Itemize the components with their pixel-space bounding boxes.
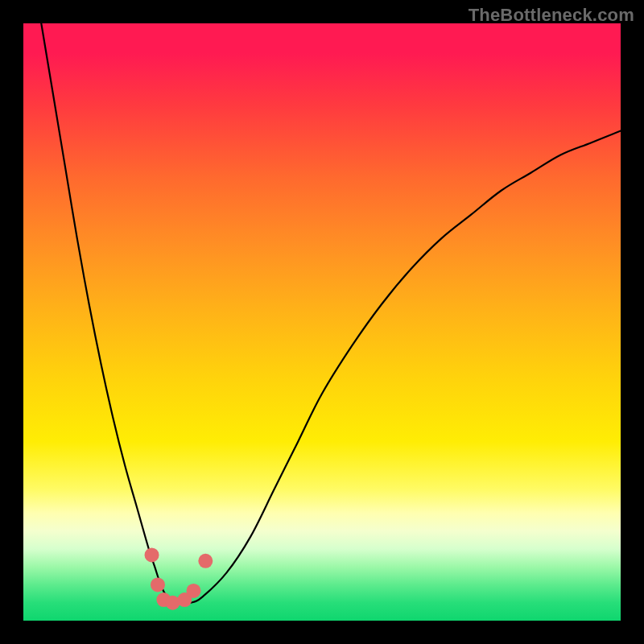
chart-overlay (23, 23, 621, 621)
chart-marker (145, 547, 159, 562)
chart-marker (151, 577, 165, 592)
chart-markers (145, 547, 213, 609)
chart-marker (198, 554, 213, 568)
watermark-text: TheBottleneck.com (469, 5, 634, 26)
chart-frame: TheBottleneck.com (0, 0, 644, 644)
chart-marker (186, 584, 200, 598)
chart-curve (41, 23, 621, 603)
